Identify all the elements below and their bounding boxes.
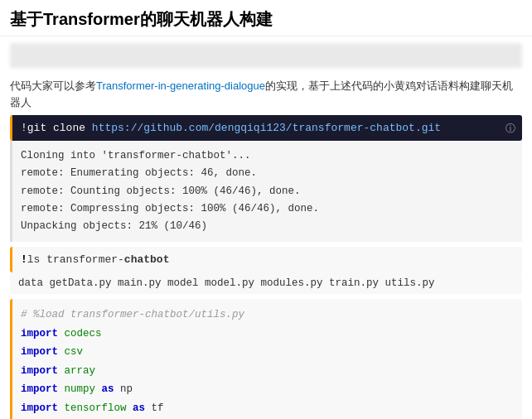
output-line-5: Unpacking objects: 21% (10/46) <box>21 218 514 235</box>
lib-array: array <box>65 365 96 377</box>
output-line-2: remote: Enumerating objects: 46, done. <box>21 165 514 182</box>
description-row: 代码大家可以参考Transformer-in-generating-dialog… <box>0 75 532 115</box>
page-container: 基于Transformer的聊天机器人构建 代码大家可以参考Transforme… <box>0 0 532 419</box>
output-line-4: remote: Compressing objects: 100% (46/46… <box>21 200 514 218</box>
output-line-3: remote: Counting objects: 100% (46/46), … <box>21 183 514 200</box>
import-array: import array <box>21 362 514 381</box>
ls-cmd-text: ls transformer-chatbot <box>27 253 170 266</box>
page-title: 基于Transformer的聊天机器人构建 <box>0 0 532 36</box>
kw-as-numpy: as <box>102 383 114 395</box>
python-comment: # %load transformer-chatbot/utils.py <box>21 306 514 325</box>
ls-command-block: !ls transformer-chatbot <box>10 247 522 272</box>
git-clone-command: !git clone https://github.com/dengqiqi12… <box>21 122 441 134</box>
kw-import-tf: import <box>21 402 58 414</box>
output-line-1: Cloning into 'transformer-chatbot'... <box>21 147 514 165</box>
cmd-prefix: !git clone <box>21 122 92 134</box>
clone-url: https://github.com/dengqiqi123/transform… <box>92 122 441 134</box>
desc-prefix: 代码大家可以参考 <box>10 79 96 92</box>
git-clone-block: !git clone https://github.com/dengqiqi12… <box>10 115 522 141</box>
lib-numpy: numpy <box>65 383 96 395</box>
kw-as-tf: as <box>133 402 145 414</box>
import-numpy: import numpy as np <box>21 380 514 399</box>
lib-codecs: codecs <box>65 328 102 340</box>
kw-import-csv: import <box>21 346 58 358</box>
copy-icon[interactable]: ⓘ <box>505 122 515 136</box>
import-codecs: import codecs <box>21 325 514 344</box>
clone-output: Cloning into 'transformer-chatbot'... re… <box>10 141 522 242</box>
kw-import-array: import <box>21 365 58 377</box>
lib-csv: csv <box>65 346 84 358</box>
import-tensorflow: import tensorflow as tf <box>21 399 514 418</box>
blur-bar <box>10 43 522 68</box>
alias-np: np <box>120 383 133 395</box>
ls-command: ! <box>21 253 27 266</box>
import-csv: import csv <box>21 343 514 362</box>
kw-import-codecs: import <box>21 328 58 340</box>
ls-output: data getData.py main.py model model.py m… <box>10 272 522 294</box>
python-block: # %load transformer-chatbot/utils.py imp… <box>10 299 522 419</box>
kw-import-numpy: import <box>21 383 58 395</box>
lib-tensorflow: tensorflow <box>65 402 127 414</box>
desc-link[interactable]: Transformer-in-generating-dialogue <box>96 79 265 92</box>
alias-tf: tf <box>152 402 164 414</box>
